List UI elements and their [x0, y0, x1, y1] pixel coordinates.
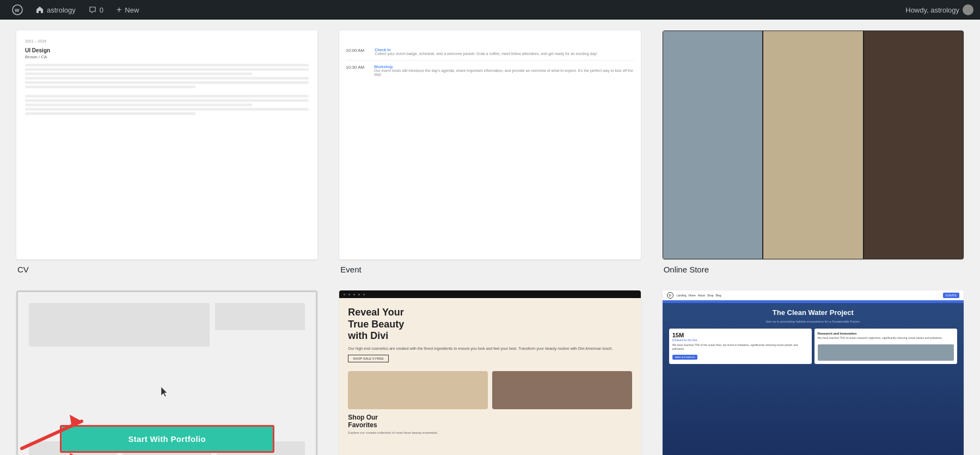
cv-date: 2021 – 2024 — [25, 39, 309, 43]
cv-line — [25, 64, 309, 66]
beauty-section-title: Shop OurFavorites — [339, 409, 640, 431]
np-donate-nav-btn[interactable]: DONATE — [943, 293, 959, 298]
np-nav: D Landing Home About Shop Blog DONATE — [663, 290, 964, 301]
np-subtitle: Join us in promoting habitat ecosystems … — [669, 320, 957, 323]
event-preview: 10:00 AM Check In Collect your event bad… — [339, 31, 640, 259]
event-desc-1: Collect your event badge, schedule, and … — [375, 52, 597, 56]
np-nav-link: Landing — [677, 294, 687, 297]
cv-line — [25, 77, 309, 80]
beauty-sub-text: Our high-end cosmetics are created with … — [339, 347, 640, 350]
topbar-left: W astrology 0 + New — [7, 0, 905, 20]
template-label-cv: CV — [16, 265, 317, 274]
portfolio-cell — [29, 303, 210, 347]
np-cards-row: 15M $ Raised for the Sea We have reached… — [669, 329, 957, 364]
np-nav-links: Landing Home About Shop Blog — [677, 294, 721, 297]
np-nav-link: Blog — [716, 294, 721, 297]
template-item-cv: 2021 – 2024 UI Design Brown / CA — [16, 31, 317, 274]
np-nav-link: Shop — [707, 294, 714, 297]
event-tag-2: Workshop — [374, 65, 634, 69]
site-name-label: astrology — [47, 6, 76, 14]
cv-line — [25, 112, 195, 115]
template-label-online-store: Online Store — [663, 265, 964, 274]
topbar-right: Howdy, astrology — [905, 4, 973, 15]
templates-grid: 2021 – 2024 UI Design Brown / CA — [16, 31, 964, 455]
cv-line — [25, 68, 309, 71]
np-research-text: We have reached 75% of ocean research ob… — [818, 336, 954, 340]
cv-subtitle: Brown / CA — [25, 54, 309, 59]
beauty-shop-button[interactable]: SHOP SALE 5 FREE — [348, 355, 389, 362]
portfolio-overlay-buttons: Start With Portfolio Preview Portfolio — [60, 425, 274, 455]
np-research-card: Research and Innovation We have reached … — [814, 329, 957, 364]
topbar: W astrology 0 + New Howdy, astrology — [0, 0, 980, 20]
np-hero: The Clean Water Project Join us in promo… — [663, 303, 964, 455]
beauty-nav-dot — [344, 294, 345, 295]
cv-line — [25, 104, 252, 106]
template-item-portfolio: Start With Portfolio Preview Portfolio P… — [16, 290, 317, 455]
beauty-nav-dot — [348, 294, 350, 295]
avatar — [963, 4, 973, 15]
comments-button[interactable]: 0 — [83, 0, 109, 20]
event-row-2: 10:30 AM Workshop Our event hosts will i… — [346, 65, 634, 76]
np-stat-label: $ Raised for the Sea — [672, 338, 808, 342]
np-stat-btn[interactable]: MAKE A DONATION — [672, 355, 698, 360]
event-time-1: 10:00 AM — [346, 48, 370, 53]
beauty-nav-dot — [363, 294, 365, 295]
template-label-event: Event — [339, 265, 640, 274]
new-label: New — [125, 6, 139, 14]
howdy-text: Howdy, astrology — [905, 6, 959, 14]
site-name-button[interactable]: astrology — [30, 0, 81, 20]
event-desc-2: Our event hosts will introduce the day's… — [374, 69, 634, 76]
template-card-online-store[interactable] — [663, 31, 964, 259]
cv-line — [25, 81, 309, 84]
cv-preview: 2021 – 2024 UI Design Brown / CA — [16, 31, 317, 259]
np-logo: D — [667, 292, 673, 299]
new-button[interactable]: + New — [111, 0, 144, 20]
template-card-non-profit[interactable]: D Landing Home About Shop Blog DONATE — [663, 290, 964, 455]
template-item-event: 10:00 AM Check In Collect your event bad… — [339, 31, 640, 274]
portfolio-cell — [215, 303, 305, 330]
np-stat-num: 15M — [672, 332, 808, 338]
template-card-beauty[interactable]: Reveal YourTrue Beautywith Divi Our high… — [339, 290, 640, 455]
svg-text:W: W — [15, 8, 20, 13]
cv-title: UI Design — [25, 47, 309, 53]
new-icon: + — [117, 5, 121, 15]
np-nav-link: About — [698, 294, 705, 297]
nonprofit-preview: D Landing Home About Shop Blog DONATE — [663, 290, 964, 455]
template-card-cv[interactable]: 2021 – 2024 UI Design Brown / CA — [16, 31, 317, 259]
comments-icon — [89, 6, 96, 14]
store-preview — [663, 31, 964, 259]
wp-logo-icon: W — [12, 4, 23, 15]
beauty-nav-dot — [353, 294, 355, 295]
main-content: 2021 – 2024 UI Design Brown / CA — [0, 20, 980, 455]
np-stat-card: 15M $ Raised for the Sea We have reached… — [669, 329, 812, 364]
comments-count: 0 — [100, 6, 103, 14]
event-row-1: 10:00 AM Check In Collect your event bad… — [346, 48, 634, 56]
template-card-portfolio[interactable]: Start With Portfolio Preview Portfolio — [16, 290, 317, 455]
np-stat-text: We have reached 75% of the ocean floor, … — [672, 343, 808, 350]
template-card-event[interactable]: 10:00 AM Check In Collect your event bad… — [339, 31, 640, 259]
store-img-2 — [763, 31, 862, 259]
cv-line — [25, 86, 195, 88]
beauty-hero-text: Reveal YourTrue Beautywith Divi — [339, 298, 640, 347]
event-tag-1: Check In — [375, 48, 597, 52]
cv-line — [25, 72, 252, 75]
beauty-nav-dot — [358, 294, 360, 295]
beauty-preview: Reveal YourTrue Beautywith Divi Our high… — [339, 290, 640, 455]
cv-line — [25, 99, 309, 102]
beauty-section-sub: Explore our curated collection of must-h… — [339, 431, 640, 434]
store-img-3 — [864, 31, 963, 259]
home-icon — [36, 6, 44, 14]
template-item-beauty: Reveal YourTrue Beautywith Divi Our high… — [339, 290, 640, 455]
store-img-1 — [663, 31, 762, 259]
np-nav-link: Home — [688, 294, 695, 297]
start-with-portfolio-button[interactable]: Start With Portfolio — [60, 425, 274, 453]
cv-line — [25, 95, 309, 98]
store-images — [663, 31, 964, 259]
np-research-title: Research and Innovation — [818, 332, 954, 335]
cv-line — [25, 108, 309, 111]
wp-logo-button[interactable]: W — [7, 0, 28, 20]
template-item-non-profit: D Landing Home About Shop Blog DONATE — [663, 290, 964, 455]
event-time-2: 10:30 AM — [346, 65, 370, 70]
np-title: The Clean Water Project — [669, 308, 957, 317]
template-item-online-store: Online Store — [663, 31, 964, 274]
